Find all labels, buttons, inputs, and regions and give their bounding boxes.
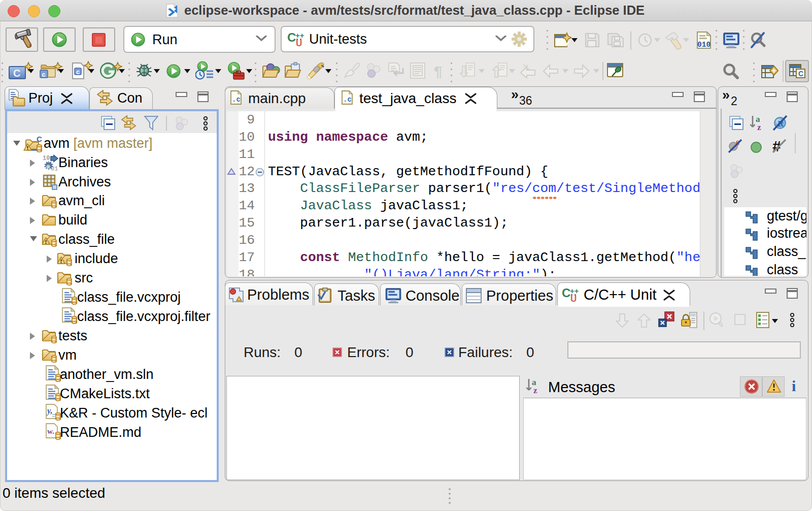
svg-text:.c: .c [232, 95, 241, 104]
svg-text:z: z [757, 122, 761, 131]
svg-text:c: c [76, 68, 80, 76]
svg-text:10: 10 [43, 155, 50, 162]
svg-text:z: z [533, 386, 537, 394]
svg-text:c: c [42, 71, 46, 78]
svg-text:C: C [798, 70, 803, 78]
svg-text:C: C [13, 68, 20, 79]
svg-text:y,: y, [46, 406, 53, 416]
svg-text:C: C [562, 287, 570, 300]
svg-text:.c: .c [343, 95, 352, 104]
svg-text:010: 010 [697, 41, 710, 49]
svg-text:C: C [287, 31, 296, 44]
svg-text:w.: w. [47, 427, 54, 435]
svg-text:C: C [37, 135, 42, 143]
